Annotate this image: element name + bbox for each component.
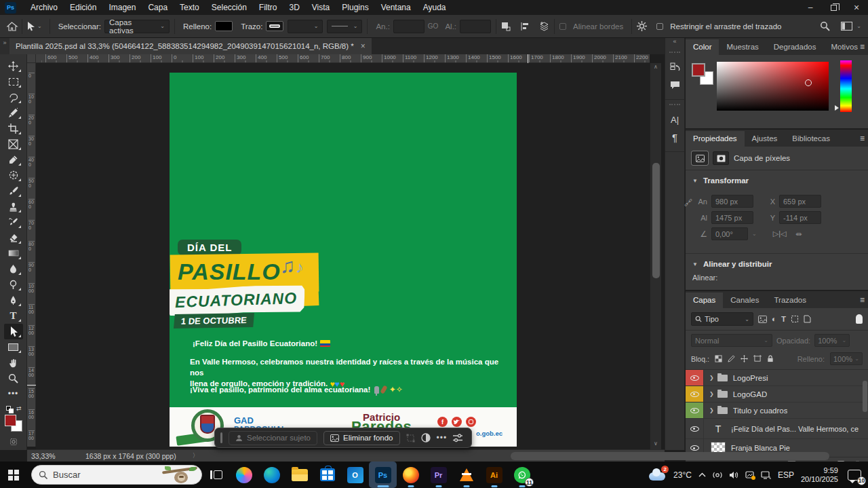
scroll-down-arrow[interactable]: ∨ <box>650 440 661 448</box>
taskbar-photoshop[interactable]: Ps <box>369 462 397 488</box>
zoom-tool[interactable] <box>4 371 23 386</box>
search-icon[interactable] <box>820 21 830 31</box>
taskbar-edge[interactable] <box>258 462 285 488</box>
blur-tool[interactable] <box>4 261 23 277</box>
remove-background-button[interactable]: Eliminar fondo <box>323 431 400 445</box>
start-button[interactable] <box>0 470 27 481</box>
layer-row-logopresi[interactable]: ❯ LogoPresi <box>686 370 868 386</box>
workspace-switcher-icon[interactable] <box>841 22 852 31</box>
panel-foreground-swatch[interactable] <box>692 63 705 77</box>
width-value[interactable]: 980 px <box>711 195 753 208</box>
vertical-scrollbar[interactable]: ∧ ∨ <box>650 63 661 449</box>
flip-horizontal-icon[interactable]: ▷|◁ <box>773 229 787 238</box>
vertical-ruler[interactable]: 0100200300400500600700800900100011001200… <box>27 63 36 447</box>
filter-toggle[interactable] <box>856 314 863 324</box>
lock-artboard-icon[interactable] <box>753 355 762 362</box>
workspace-carat[interactable]: ⌄ <box>856 23 861 29</box>
document-tab[interactable]: Plantilla 2025.psd al 33,3% (504664122_5… <box>9 38 372 54</box>
object-selection-tool[interactable] <box>4 105 23 121</box>
clone-stamp-tool[interactable] <box>4 199 23 214</box>
taskbar-search[interactable]: Buscar <box>31 465 202 485</box>
menu-item[interactable]: Plugins <box>336 1 374 14</box>
filter-shape-icon[interactable] <box>791 315 799 323</box>
mask-icon[interactable] <box>713 151 729 165</box>
lock-transparency-icon[interactable] <box>715 355 722 362</box>
tools-flyout-chevron[interactable]: » <box>0 38 9 54</box>
gear-icon[interactable] <box>637 21 647 31</box>
tab-canales[interactable]: Canales <box>723 293 766 308</box>
lock-all-icon[interactable] <box>767 355 774 362</box>
hand-tool[interactable] <box>4 355 23 371</box>
filter-image-icon[interactable] <box>758 316 767 323</box>
y-value[interactable]: -114 px <box>779 211 821 224</box>
toolbar-ellipsis[interactable]: ••• <box>4 386 23 402</box>
visibility-toggle[interactable] <box>686 419 704 438</box>
zoom-level[interactable]: 33,33% <box>31 452 66 460</box>
lock-pixels-icon[interactable] <box>728 355 735 362</box>
tool-preset-carat[interactable]: ⌄ <box>37 23 42 29</box>
transform-icon[interactable] <box>406 434 415 443</box>
taskbar-clock[interactable]: 9:59 20/10/2025 <box>801 466 838 484</box>
horizontal-ruler[interactable]: 6005004003002001000100200300400500600700… <box>36 54 650 63</box>
expand-chevron-icon[interactable]: ❯ <box>709 407 714 413</box>
layers-scroll-thumb[interactable] <box>863 381 867 412</box>
filter-adjustment-icon[interactable]: ◐ <box>772 315 776 323</box>
restore-button[interactable] <box>822 0 845 15</box>
filter-type-icon[interactable]: T <box>781 315 786 323</box>
menu-item[interactable]: Imagen <box>102 1 142 14</box>
fill-swatch[interactable] <box>215 21 233 31</box>
tab-close-icon[interactable]: × <box>361 41 366 51</box>
move-tool[interactable] <box>4 58 23 74</box>
hue-slider[interactable] <box>840 60 852 112</box>
tab-muestras[interactable]: Muestras <box>719 39 766 55</box>
properties-sliders-icon[interactable] <box>453 434 462 443</box>
stroke-style-dropdown[interactable]: ⌄ <box>327 20 362 33</box>
dodge-tool[interactable] <box>4 277 23 293</box>
tray-chevron-up-icon[interactable] <box>698 472 706 477</box>
speaker-icon[interactable] <box>729 471 738 479</box>
task-view-button[interactable] <box>202 462 230 488</box>
type-tool[interactable]: T <box>4 308 23 324</box>
width-field[interactable] <box>393 20 425 33</box>
taskbar-whatsapp[interactable]: 11 <box>508 462 536 488</box>
opacity-value[interactable]: 100%⌄ <box>814 334 850 347</box>
menu-item[interactable]: Edición <box>64 1 102 14</box>
layer-row-titulo[interactable]: ❯ Titulo y cuadros <box>686 402 868 419</box>
link-dimensions-icon[interactable]: GO <box>428 22 439 30</box>
menu-item[interactable]: Selección <box>205 1 253 14</box>
history-panel-icon[interactable] <box>665 58 684 76</box>
pixel-layer-icon[interactable] <box>692 151 708 165</box>
taskbar-outlook[interactable]: O <box>341 462 369 488</box>
tab-motivos[interactable]: Motivos <box>823 39 865 55</box>
path-alignment-icon[interactable] <box>520 22 530 31</box>
menu-item[interactable]: Vista <box>306 1 336 14</box>
shape-tool[interactable] <box>4 339 23 355</box>
path-operations-icon[interactable] <box>501 22 511 31</box>
visibility-toggle[interactable] <box>686 402 704 418</box>
taskbar-illustrator[interactable]: Ai <box>480 462 508 488</box>
marquee-tool[interactable] <box>4 74 23 90</box>
tab-trazados[interactable]: Trazados <box>766 293 814 308</box>
link-dimensions-icon[interactable]: 🔗︎ <box>684 198 692 208</box>
select-mode-dropdown[interactable]: Capas activas⌄ <box>104 20 170 33</box>
paragraph-panel-icon[interactable]: ¶ <box>665 128 684 146</box>
expand-chevron-icon[interactable]: ❯ <box>709 391 714 397</box>
horizontal-scroll-thumb[interactable] <box>511 452 829 460</box>
taskbar-firefox[interactable] <box>397 462 425 488</box>
tab-color[interactable]: Color <box>686 39 719 55</box>
angle-carat[interactable]: ⌄ <box>752 231 757 237</box>
eraser-tool[interactable] <box>4 230 23 246</box>
color-field-cursor[interactable] <box>805 79 812 86</box>
network-display-icon[interactable] <box>761 471 771 479</box>
collapse-panels-icon[interactable]: « <box>665 38 684 48</box>
taskbar-grip-handle[interactable] <box>220 432 222 443</box>
visibility-toggle[interactable] <box>686 386 704 402</box>
weather-widget[interactable]: 2 <box>649 468 667 482</box>
tab-capas[interactable]: Capas <box>686 293 723 308</box>
visibility-toggle[interactable] <box>686 370 704 386</box>
language-indicator[interactable]: ESP <box>778 470 794 480</box>
taskbar-premiere[interactable]: Pr <box>425 462 452 488</box>
menu-item[interactable]: Ventana <box>375 1 417 14</box>
status-chevron[interactable]: 〉 <box>193 451 199 460</box>
vertical-scroll-thumb[interactable] <box>652 163 660 278</box>
